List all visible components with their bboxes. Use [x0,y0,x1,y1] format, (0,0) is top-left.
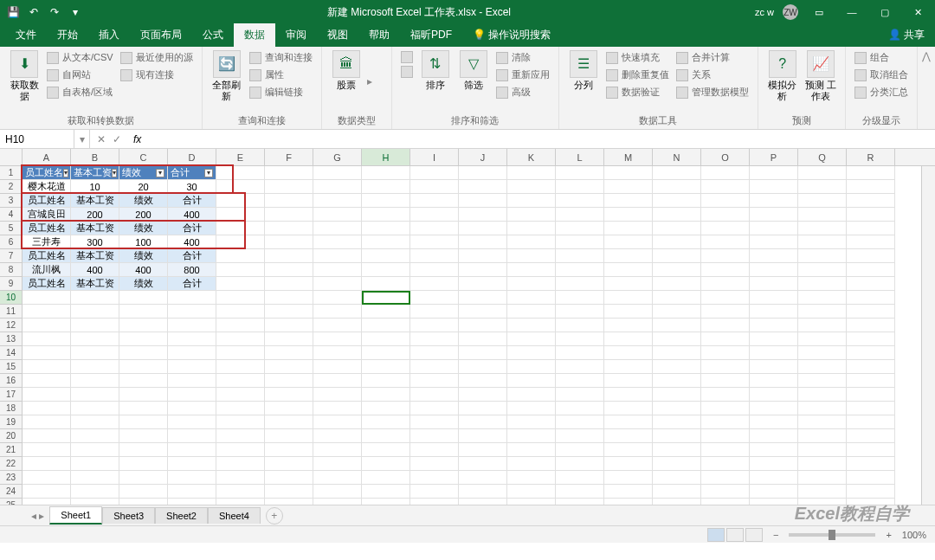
cell[interactable] [71,443,119,457]
cell[interactable] [265,291,313,305]
cell[interactable] [556,360,604,374]
cell[interactable] [798,388,847,402]
cell[interactable] [168,429,216,443]
cell[interactable] [410,194,459,208]
cell[interactable] [410,457,459,471]
row-header[interactable]: 23 [0,471,23,485]
cell[interactable] [362,374,410,388]
cell[interactable] [556,235,604,249]
cell[interactable] [216,429,265,443]
cell[interactable] [410,332,459,346]
group-button[interactable]: 组合 [853,50,910,65]
cell[interactable] [119,374,168,388]
cell[interactable] [265,180,313,194]
cell[interactable] [653,499,701,505]
relationships[interactable]: 关系 [674,68,751,82]
cell[interactable] [119,402,168,415]
cell[interactable]: 基本工资▾ [71,166,119,180]
cell[interactable] [313,457,362,471]
cell[interactable] [507,415,556,429]
cell[interactable] [71,457,119,471]
cell[interactable] [556,332,604,346]
cell[interactable] [847,415,895,429]
cell[interactable] [604,180,653,194]
cell[interactable] [265,485,313,499]
cell[interactable] [410,388,459,402]
tab-review[interactable]: 审阅 [275,23,317,47]
cell[interactable] [653,166,701,180]
data-validation[interactable]: 数据验证 [604,85,671,100]
cell[interactable] [265,374,313,388]
cell[interactable] [798,263,847,277]
cell[interactable] [459,305,507,319]
cell[interactable] [313,305,362,319]
cell[interactable] [216,471,265,485]
cell[interactable] [701,319,750,332]
row-header[interactable]: 4 [0,208,23,222]
cell[interactable] [119,291,168,305]
cell[interactable] [71,374,119,388]
cell[interactable] [459,402,507,415]
cell[interactable] [604,305,653,319]
cell[interactable] [653,346,701,360]
spreadsheet-grid[interactable]: ABCDEFGHIJKLMNOPQR 1员工姓名▾基本工资▾绩效▾合计▾2樱木花… [0,149,935,505]
cell[interactable] [459,166,507,180]
cell[interactable] [216,291,265,305]
cell[interactable] [313,443,362,457]
cell[interactable] [653,374,701,388]
row-header[interactable]: 12 [0,319,23,332]
cell[interactable] [313,499,362,505]
cell[interactable] [798,457,847,471]
cell[interactable]: 员工姓名 [23,277,71,291]
cell[interactable] [168,443,216,457]
cell[interactable] [798,415,847,429]
cell[interactable] [701,332,750,346]
cell[interactable] [604,388,653,402]
cell[interactable] [362,415,410,429]
cell[interactable] [265,208,313,222]
cell[interactable] [798,222,847,235]
from-web[interactable]: 自网站 [45,68,115,82]
cell[interactable] [265,277,313,291]
cell[interactable] [604,222,653,235]
cell[interactable] [459,429,507,443]
cell[interactable] [604,249,653,263]
cell[interactable] [216,222,265,235]
reapply-filter[interactable]: 重新应用 [494,68,551,82]
cell[interactable] [23,291,71,305]
column-header[interactable]: F [265,149,313,165]
cell[interactable] [750,291,798,305]
row-header[interactable]: 14 [0,346,23,360]
row-header[interactable]: 18 [0,402,23,415]
cell[interactable] [604,415,653,429]
cell[interactable] [362,457,410,471]
cell[interactable] [701,443,750,457]
ungroup-button[interactable]: 取消组合 [853,68,910,82]
cell[interactable] [556,485,604,499]
cell[interactable] [265,471,313,485]
consolidate[interactable]: 合并计算 [674,50,751,65]
cell[interactable] [362,332,410,346]
cell[interactable] [168,319,216,332]
cell[interactable] [459,346,507,360]
cell[interactable] [701,166,750,180]
cell[interactable] [750,208,798,222]
tab-home[interactable]: 开始 [47,23,88,47]
cell[interactable]: 基本工资 [71,222,119,235]
cell[interactable] [847,471,895,485]
sort-desc-icon[interactable] [399,65,415,79]
cell[interactable] [216,485,265,499]
cell[interactable] [168,291,216,305]
row-header[interactable]: 10 [0,291,23,305]
column-header[interactable]: G [313,149,362,165]
cell[interactable] [119,499,168,505]
cell[interactable] [701,249,750,263]
cell[interactable] [847,402,895,415]
cell[interactable] [362,277,410,291]
cell[interactable] [459,471,507,485]
cell[interactable] [701,429,750,443]
cell[interactable] [798,235,847,249]
cell[interactable] [23,485,71,499]
cell[interactable] [556,374,604,388]
row-header[interactable]: 25 [0,499,23,505]
